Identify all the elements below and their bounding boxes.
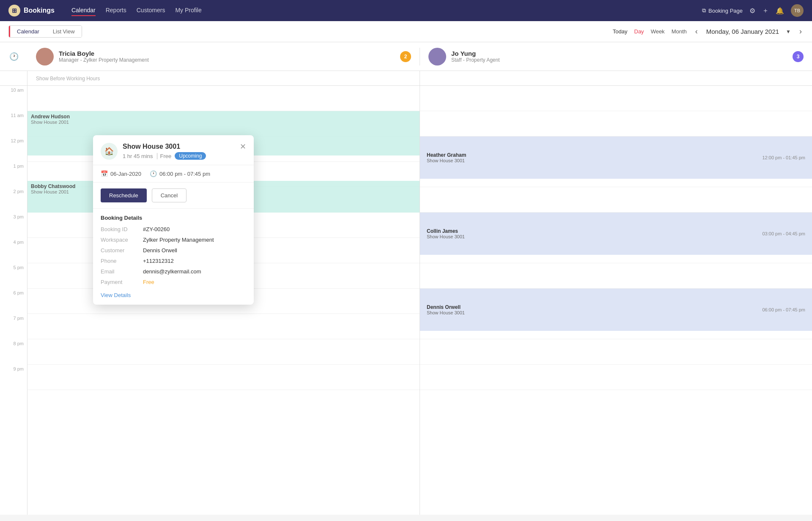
booking-details-title: Booking Details	[101, 215, 246, 221]
meta-separator: |	[156, 152, 157, 160]
popup-title-area: Show House 3001 1 hr 45 mins | Free Upco…	[123, 143, 240, 160]
popup-details: Booking Details Booking ID #ZY-00260 Wor…	[93, 209, 254, 305]
clock-icon: 🕐	[150, 170, 157, 177]
booking-id-label: Booking ID	[101, 226, 143, 232]
popup-status-badge: Upcoming	[175, 152, 206, 160]
popup-meta: 1 hr 45 mins | Free Upcoming	[123, 152, 240, 160]
detail-row-payment: Payment Free	[101, 279, 246, 285]
payment-value: Free	[143, 279, 154, 285]
popup-header: 🏠 Show House 3001 1 hr 45 mins | Free Up…	[93, 135, 254, 165]
popup-date: 📅 06-Jan-2020	[101, 170, 141, 177]
popup-time-value: 06:00 pm - 07:45 pm	[159, 171, 210, 177]
popup-service-icon: 🏠	[101, 143, 118, 160]
email-value: dennis@zylkermail.com	[143, 268, 201, 275]
popup-service-name: Show House 3001	[123, 143, 240, 150]
reschedule-button[interactable]: Reschedule	[101, 188, 147, 202]
calendar-icon: 📅	[101, 170, 108, 177]
popup-actions: Reschedule Cancel	[93, 183, 254, 209]
popup-duration: 1 hr 45 mins	[123, 153, 153, 159]
detail-row-email: Email dennis@zylkermail.com	[101, 268, 246, 275]
popup-time: 🕐 06:00 pm - 07:45 pm	[150, 170, 210, 177]
detail-row-customer: Customer Dennis Orwell	[101, 247, 246, 254]
phone-label: Phone	[101, 258, 143, 264]
house-icon: 🏠	[104, 147, 114, 156]
workspace-label: Workspace	[101, 237, 143, 243]
popup-datetime: 📅 06-Jan-2020 🕐 06:00 pm - 07:45 pm	[93, 165, 254, 183]
workspace-value: Zylker Property Management	[143, 237, 214, 243]
customer-label: Customer	[101, 247, 143, 254]
popup-free-label: Free	[160, 153, 172, 159]
detail-row-phone: Phone +112312312	[101, 258, 246, 264]
cancel-button[interactable]: Cancel	[152, 188, 187, 202]
booking-popup: 🏠 Show House 3001 1 hr 45 mins | Free Up…	[93, 135, 254, 305]
booking-id-value: #ZY-00260	[143, 226, 170, 232]
detail-row-booking-id: Booking ID #ZY-00260	[101, 226, 246, 232]
email-label: Email	[101, 268, 143, 275]
phone-value: +112312312	[143, 258, 174, 264]
customer-value: Dennis Orwell	[143, 247, 177, 254]
view-details-link[interactable]: View Details	[101, 292, 131, 298]
popup-overlay: 🏠 Show House 3001 1 hr 45 mins | Free Up…	[0, 0, 812, 515]
payment-label: Payment	[101, 279, 143, 285]
popup-close-button[interactable]: ✕	[240, 143, 246, 150]
detail-row-workspace: Workspace Zylker Property Management	[101, 237, 246, 243]
popup-date-value: 06-Jan-2020	[110, 171, 141, 177]
